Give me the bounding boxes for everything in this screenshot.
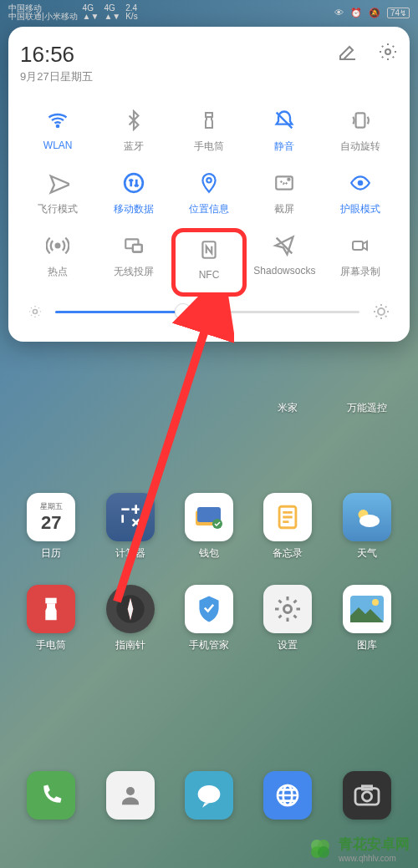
svg-point-7: [288, 179, 290, 180]
edit-icon[interactable]: [338, 42, 358, 62]
svg-rect-14: [353, 241, 363, 250]
app-label: 钱包: [199, 546, 219, 561]
mute-icon: [272, 108, 297, 133]
toggle-label: 蓝牙: [124, 140, 144, 154]
brightness-low-icon: [27, 303, 43, 320]
rotate-icon: [348, 108, 373, 133]
watermark-url: www.qhhlv.com: [339, 854, 410, 863]
app-calendar[interactable]: 星期五27日历: [12, 493, 90, 561]
battery-indicator: 74↯: [387, 8, 410, 18]
hotspot-icon: [45, 233, 70, 258]
svg-point-9: [56, 244, 60, 248]
app-wallet[interactable]: 钱包: [170, 493, 248, 561]
svg-point-37: [362, 792, 371, 801]
app-message[interactable]: [170, 771, 248, 820]
svg-rect-17: [121, 508, 129, 510]
cast-icon: [121, 233, 146, 258]
toggle-label: WLAN: [43, 140, 73, 151]
carrier-stack: 中国移动 中国联通|小米移动: [8, 4, 78, 21]
home-row-2: 星期五27日历计算器钱包备忘录天气: [0, 493, 418, 561]
app-browser[interactable]: [248, 771, 327, 820]
alarm-icon: ⏰: [350, 8, 362, 18]
app-notes[interactable]: 备忘录: [248, 493, 327, 561]
toggle-mute[interactable]: 静音: [247, 103, 322, 165]
svg-rect-2: [206, 113, 212, 117]
svg-point-15: [33, 310, 38, 314]
toggle-send[interactable]: Shadowsocks: [247, 228, 322, 297]
toggle-record[interactable]: 屏幕录制: [323, 228, 398, 297]
toggle-flashlight[interactable]: 手电筒: [171, 103, 247, 165]
svg-point-31: [372, 599, 379, 606]
toggle-data[interactable]: 移动数据: [95, 165, 171, 228]
app-compass[interactable]: 指南针: [90, 585, 169, 652]
svg-point-44: [318, 846, 329, 858]
toggle-bluetooth[interactable]: 蓝牙: [95, 103, 171, 165]
svg-point-8: [358, 180, 364, 186]
brightness-fill: [55, 311, 183, 313]
svg-point-26: [359, 515, 380, 527]
panel-time: 16:56: [20, 42, 93, 68]
toggle-label: 静音: [274, 140, 294, 154]
app-label: 日历: [41, 546, 61, 561]
svg-point-33: [198, 785, 221, 803]
app-remote[interactable]: 万能遥控: [328, 401, 406, 415]
send-icon: [272, 233, 297, 258]
brightness-track[interactable]: [55, 311, 359, 313]
app-mijia[interactable]: 米家: [248, 401, 327, 415]
watermark-title: 青花安卓网: [339, 836, 410, 852]
app-phone[interactable]: [12, 771, 90, 820]
svg-point-32: [126, 787, 135, 795]
app-label: 指南针: [115, 638, 145, 652]
toggle-cast[interactable]: 无线投屏: [95, 228, 171, 297]
eye-icon: 👁: [334, 8, 344, 18]
home-row-3: 手电筒指南针手机管家设置图库: [0, 585, 418, 652]
record-icon: [348, 233, 373, 258]
svg-rect-3: [355, 113, 364, 127]
svg-rect-18: [121, 515, 124, 522]
svg-point-1: [57, 125, 59, 127]
net-2: 4G ▲▼: [104, 4, 120, 21]
app-security[interactable]: 手机管家: [170, 585, 248, 652]
toggle-label: 移动数据: [114, 202, 154, 216]
flashlight-icon: [196, 108, 222, 133]
brightness-slider[interactable]: [20, 302, 398, 322]
brightness-knob[interactable]: [175, 303, 191, 320]
quick-settings-panel[interactable]: 16:56 9月27日星期五 WLAN蓝牙手电筒静音自动旋转飞行模式移动数据位置…: [8, 27, 410, 342]
svg-point-29: [284, 606, 292, 613]
app-calc[interactable]: 计算器: [90, 493, 169, 561]
toggle-label: 手电筒: [194, 140, 224, 154]
settings-gear-icon[interactable]: [378, 42, 398, 62]
data-icon: [121, 170, 146, 195]
dnd-icon: 🔕: [369, 8, 380, 18]
toggle-label: 热点: [48, 265, 68, 279]
toggle-label: 截屏: [274, 202, 294, 216]
svg-rect-27: [46, 598, 57, 604]
toggle-hotspot[interactable]: 热点: [20, 228, 95, 297]
toggle-airplane[interactable]: 飞行模式: [20, 165, 95, 228]
app-weather[interactable]: 天气: [328, 493, 406, 561]
toggle-wifi[interactable]: WLAN: [20, 103, 95, 165]
app-label: 设置: [278, 638, 298, 652]
toggle-nfc[interactable]: NFC: [171, 228, 247, 297]
svg-rect-20: [135, 505, 137, 514]
nfc-icon: [196, 237, 222, 262]
svg-point-5: [206, 178, 211, 182]
app-label: 天气: [357, 546, 377, 561]
panel-date: 9月27日星期五: [20, 69, 93, 84]
brightness-high-icon: [371, 302, 391, 322]
location-icon: [196, 170, 222, 195]
toggle-eyecare[interactable]: 护眼模式: [323, 165, 398, 228]
app-torch-app[interactable]: 手电筒: [12, 585, 90, 652]
toggle-location[interactable]: 位置信息: [171, 165, 247, 228]
svg-rect-11: [133, 245, 142, 252]
app-contacts[interactable]: [90, 771, 169, 820]
toggle-rotate[interactable]: 自动旋转: [323, 103, 398, 165]
app-gallery[interactable]: 图库: [328, 585, 406, 652]
toggle-screenshot[interactable]: 截屏: [247, 165, 322, 228]
watermark: 青花安卓网 www.qhhlv.com: [307, 835, 410, 863]
app-label: 计算器: [115, 546, 145, 561]
panel-datetime[interactable]: 16:56 9月27日星期五: [20, 42, 93, 84]
app-camera[interactable]: [328, 771, 406, 820]
app-settings[interactable]: 设置: [248, 585, 327, 652]
app-label: 万能遥控: [347, 401, 387, 415]
